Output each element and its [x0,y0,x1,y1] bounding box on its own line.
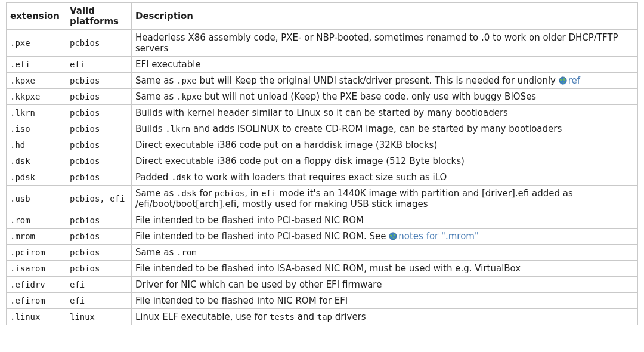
table-row: .kpxepcbiosSame as .pxe but will Keep th… [7,73,638,89]
desc-text: but will not unload (Keep) the PXE base … [202,91,536,102]
desc-text: Same as [135,188,177,199]
cell-description: Padded .dsk to work with loaders that re… [132,169,638,186]
cell-platforms: pcbios [66,137,132,153]
cell-extension: .mrom [7,229,66,245]
cell-platforms: pcbios, efi [66,186,132,212]
desc-text: but will Keep the original UNDI stack/dr… [197,75,559,86]
desc-text: , in [244,188,261,199]
table-row: .pcirompcbiosSame as .rom [7,245,638,261]
desc-text: Direct executable i386 code put on a flo… [135,156,465,166]
desc-link[interactable]: notes for ".mrom" [389,231,479,242]
cell-extension: .usb [7,186,66,212]
extensions-table: extension Valid platforms Description .p… [6,2,638,325]
table-row: .mrompcbiosFile intended to be flashed i… [7,229,638,245]
cell-description: Same as .pxe but will Keep the original … [132,73,638,89]
cell-extension: .efidrv [7,277,66,293]
cell-extension: .dsk [7,153,66,169]
desc-text: Same as [135,247,177,258]
cell-description: File intended to be flashed into PCI-bas… [132,212,638,229]
desc-text: Same as [135,75,177,86]
table-row: .pdskpcbiosPadded .dsk to work with load… [7,169,638,186]
cell-extension: .linux [7,309,66,325]
cell-extension: .isarom [7,261,66,277]
cell-description: Builds .lkrn and adds ISOLINUX to create… [132,121,638,137]
cell-platforms: pcbios [66,212,132,229]
desc-text: Same as [135,91,177,102]
desc-code: .dsk [171,172,191,182]
cell-platforms: pcbios [66,73,132,89]
cell-platforms: pcbios [66,229,132,245]
table-row: .efiefiEFI executable [7,57,638,73]
desc-text: Linux ELF executable, use for [135,311,270,322]
desc-code: .lkrn [165,124,190,134]
cell-description: Headerless X86 assembly code, PXE- or NB… [132,30,638,57]
cell-extension: .rom [7,212,66,229]
cell-extension: .lkrn [7,105,66,121]
cell-platforms: efi [66,293,132,309]
desc-code: .pxe [177,76,197,85]
desc-link-label: notes for ".mrom" [398,231,479,242]
extensions-table-container: extension Valid platforms Description .p… [1,0,643,332]
table-row: .isopcbiosBuilds .lkrn and adds ISOLINUX… [7,121,638,137]
cell-extension: .iso [7,121,66,137]
desc-code: .kpxe [177,92,202,101]
cell-extension: .pdsk [7,169,66,186]
cell-description: EFI executable [132,57,638,73]
table-row: .kkpxepcbiosSame as .kpxe but will not u… [7,89,638,105]
cell-platforms: pcbios [66,105,132,121]
cell-platforms: pcbios [66,30,132,57]
desc-text: File intended to be flashed into NIC ROM… [135,295,348,306]
desc-text: and adds ISOLINUX to create CD-ROM image… [190,123,562,134]
desc-text: Headerless X86 assembly code, PXE- or NB… [135,32,618,54]
cell-description: Driver for NIC which can be used by othe… [132,277,638,293]
desc-text: Builds [135,123,165,134]
desc-code: efi [261,189,276,198]
col-description: Description [132,3,638,30]
cell-extension: .pxe [7,30,66,57]
cell-platforms: pcbios [66,245,132,261]
cell-extension: .efi [7,57,66,73]
cell-platforms: efi [66,277,132,293]
desc-code: .rom [177,248,197,257]
cell-platforms: pcbios [66,89,132,105]
desc-text: File intended to be flashed into ISA-bas… [135,263,521,274]
cell-description: Same as .rom [132,245,638,261]
cell-extension: .pcirom [7,245,66,261]
table-row: .hdpcbiosDirect executable i386 code put… [7,137,638,153]
desc-code: pcbios [215,189,244,198]
cell-platforms: linux [66,309,132,325]
desc-text: EFI executable [135,59,201,70]
table-row: .dskpcbiosDirect executable i386 code pu… [7,153,638,169]
desc-code: tap [317,312,332,322]
desc-text: drivers [332,311,366,322]
desc-text: for [197,188,215,199]
desc-code: tests [270,312,295,322]
desc-link[interactable]: ref [559,75,580,86]
desc-text: File intended to be flashed into PCI-bas… [135,215,364,226]
cell-platforms: pcbios [66,153,132,169]
cell-description: Same as .kpxe but will not unload (Keep)… [132,89,638,105]
col-extension: extension [7,3,66,30]
cell-description: File intended to be flashed into PCI-bas… [132,229,638,245]
cell-platforms: pcbios [66,261,132,277]
table-row: .usbpcbios, efiSame as .dsk for pcbios, … [7,186,638,212]
desc-text: Driver for NIC which can be used by othe… [135,279,382,290]
desc-text: and [295,311,317,322]
cell-description: File intended to be flashed into NIC ROM… [132,293,638,309]
cell-extension: .efirom [7,293,66,309]
cell-description: File intended to be flashed into ISA-bas… [132,261,638,277]
table-header-row: extension Valid platforms Description [7,3,638,30]
cell-description: Builds with kernel header similar to Lin… [132,105,638,121]
table-row: .isarompcbiosFile intended to be flashed… [7,261,638,277]
cell-platforms: efi [66,57,132,73]
desc-text: Builds with kernel header similar to Lin… [135,107,508,118]
cell-platforms: pcbios [66,169,132,186]
table-body: .pxepcbiosHeaderless X86 assembly code, … [7,30,638,325]
table-row: .rompcbiosFile intended to be flashed in… [7,212,638,229]
desc-text: File intended to be flashed into PCI-bas… [135,231,389,242]
cell-description: Linux ELF executable, use for tests and … [132,309,638,325]
globe-icon [389,232,397,240]
desc-link-label: ref [568,75,580,86]
cell-extension: .kpxe [7,73,66,89]
desc-text: Direct executable i386 code put on a har… [135,140,437,150]
